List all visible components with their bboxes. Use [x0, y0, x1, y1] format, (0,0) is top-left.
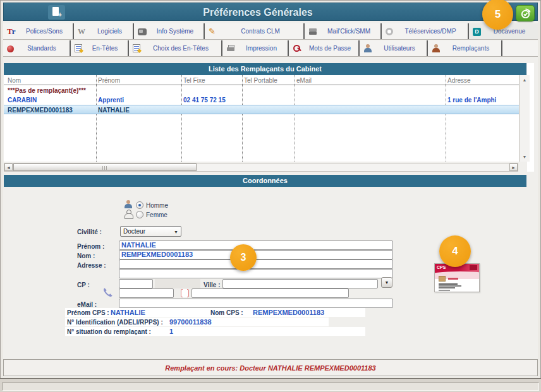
- table-cell: CARABIN: [8, 97, 37, 104]
- prenom-label: Prénom :: [77, 243, 104, 250]
- check-circle-icon: [520, 8, 532, 20]
- radio-homme-label: Homme: [146, 202, 168, 209]
- header-doc-icon: [133, 44, 140, 52]
- table-header: NomPrénomTel FixeTel PortableeMailAdress…: [4, 75, 519, 85]
- adresse-input-2[interactable]: [119, 269, 393, 278]
- table-row[interactable]: ***Pas de remplaçant(e)***: [4, 86, 519, 95]
- table-cell: 1 rue de l'Amphi: [447, 97, 496, 104]
- table-cell: Apprenti: [98, 97, 124, 104]
- pencil-icon: ✎: [209, 27, 217, 36]
- table-cell: REMPEXMED0001183: [8, 107, 73, 114]
- tab-impression[interactable]: Impression: [221, 40, 288, 56]
- radio-femme-label: Femme: [146, 211, 167, 218]
- table-cell: ***Pas de remplaçant(e)***: [8, 87, 86, 94]
- scrollbar-thumb[interactable]: [13, 163, 197, 171]
- column-header-pr-nom: Prénom: [98, 77, 120, 84]
- status-box: Remplaçant en cours: Docteur NATHALIE RE…: [3, 359, 538, 376]
- scroll-right-icon[interactable]: ►: [509, 163, 518, 171]
- key-icon: [293, 44, 301, 53]
- coordonnees-section-title: Coordonnées: [4, 175, 526, 187]
- radio-homme[interactable]: [136, 201, 143, 209]
- titlebar: + Préférences Générales: [3, 3, 538, 21]
- email-label: eMail :: [77, 301, 97, 308]
- scroll-down-icon[interactable]: ▼: [520, 155, 530, 159]
- nom-cps-value: REMPEXMED0001183: [253, 309, 324, 316]
- ville-input[interactable]: [222, 279, 378, 288]
- tab-row-2: StandardsEn-TêtesChoix des En-TêtesImpre…: [3, 40, 538, 57]
- fonts-icon: Tr: [7, 27, 16, 36]
- adeli-value: 99700011838: [169, 318, 212, 326]
- tab-choix-des-en-t-tes[interactable]: Choix des En-Têtes: [128, 40, 221, 56]
- female-icon: [124, 210, 133, 218]
- table-row[interactable]: REMPEXMED0001183NATHALIE: [4, 105, 519, 114]
- user-red-icon: [432, 44, 441, 53]
- prenom-cps-label: Prénom CPS :: [67, 309, 109, 316]
- header-doc-icon: [75, 44, 82, 52]
- annotation-badge-4: 4: [439, 235, 471, 267]
- tab-mail-click-smm[interactable]: Mail'Click/SMM: [303, 23, 380, 39]
- fax-icon: [308, 27, 317, 36]
- tab-mots-de-passe[interactable]: Mots de Passe: [288, 40, 358, 56]
- user-icon: [363, 44, 372, 53]
- chevron-down-icon: ▼: [174, 230, 178, 234]
- tab-logiciels[interactable]: WLogiciels: [73, 23, 133, 39]
- prenom-cps-value: NATHALIE: [111, 309, 145, 316]
- table-row[interactable]: CARABINApprenti02 41 75 72 151 rue de l'…: [4, 95, 519, 105]
- printer-icon: [226, 44, 235, 53]
- cp-label: CP :: [77, 282, 90, 288]
- column-header-adresse: Adresse: [447, 77, 471, 84]
- cp-disabled-field: [155, 279, 200, 288]
- status-message: Remplaçant en cours: Docteur NATHALIE RE…: [4, 364, 537, 372]
- column-header-tel-fixe: Tel Fixe: [183, 77, 205, 84]
- cps-card-image: CPS: [434, 263, 480, 292]
- nom-label: Nom :: [77, 252, 95, 259]
- table-cell: 02 41 75 72 15: [183, 97, 226, 104]
- word-icon: W: [78, 27, 87, 36]
- tab-t-l-services-dmp[interactable]: Téléservices/DMP: [380, 23, 468, 39]
- tab-standards[interactable]: Standards: [3, 40, 70, 56]
- cp-input[interactable]: [119, 279, 153, 288]
- annotation-badge-5: 5: [482, 0, 513, 30]
- phone-icon: [102, 287, 113, 298]
- window-status-bar: [0, 378, 541, 392]
- scroll-up-icon[interactable]: ▲: [520, 78, 530, 82]
- tab-rempla-ants[interactable]: Remplaçants: [427, 40, 502, 56]
- phone-input-1[interactable]: [119, 288, 174, 298]
- phone-mask-marker: [181, 289, 189, 297]
- list-section-title: Liste des Remplaçants du Cabinet: [4, 63, 526, 75]
- annotation-badge-3: 3: [230, 244, 257, 271]
- prenom-input[interactable]: NATHALIE: [119, 241, 393, 250]
- male-icon: [124, 200, 133, 209]
- tab-info-syst-me[interactable]: Info Système: [133, 23, 204, 39]
- docavenue-icon: D: [473, 28, 481, 36]
- column-header-nom: Nom: [8, 77, 21, 84]
- adresse-label: Adresse :: [77, 262, 106, 269]
- column-header-email: eMail: [296, 77, 312, 84]
- column-header-tel-portable: Tel Portable: [244, 77, 277, 84]
- radio-femme[interactable]: [136, 211, 143, 218]
- tab-utilisateurs[interactable]: Utilisateurs: [358, 40, 427, 56]
- phone-input-2[interactable]: [191, 288, 349, 298]
- tab-row-1: TrPolices/SonsWLogicielsInfo Système✎Con…: [3, 23, 538, 40]
- page-title: Préférences Générales: [4, 7, 512, 18]
- sphere-icon: [7, 45, 14, 52]
- tab-polices-sons[interactable]: TrPolices/Sons: [3, 23, 73, 39]
- tab-en-t-tes[interactable]: En-Têtes: [70, 40, 128, 56]
- adeli-label: N° Identification (ADELI/RPPS) :: [67, 319, 163, 326]
- scroll-left-icon[interactable]: ◄: [4, 163, 13, 171]
- horizontal-scrollbar[interactable]: ◄ ►: [4, 163, 518, 172]
- email-input[interactable]: [119, 299, 393, 308]
- validate-button[interactable]: [516, 5, 535, 21]
- vertical-scrollbar[interactable]: ▲ ▼: [519, 75, 530, 162]
- tab-contrats-clm[interactable]: ✎Contrats CLM: [204, 23, 303, 39]
- civilite-select[interactable]: Docteur▼: [120, 226, 181, 237]
- table-cell: NATHALIE: [98, 107, 130, 114]
- situation-value: 1: [169, 328, 173, 335]
- globe-icon: [386, 28, 393, 35]
- nom-cps-label: Nom CPS :: [210, 309, 243, 316]
- situation-label: N° situation du remplaçant :: [67, 328, 151, 335]
- system-info-icon: [138, 28, 147, 35]
- ville-dropdown-button[interactable]: ▼: [381, 277, 392, 288]
- ville-label: Ville :: [204, 282, 221, 288]
- civilite-label: Civilité :: [77, 229, 102, 235]
